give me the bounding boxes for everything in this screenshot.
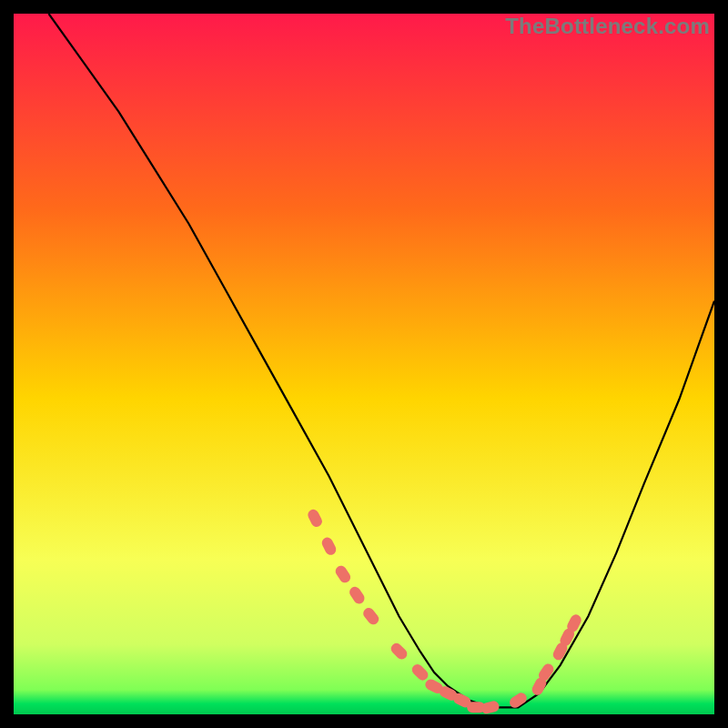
bottleneck-chart [14, 14, 714, 714]
gradient-background [14, 14, 714, 714]
watermark-text: TheBottleneck.com [505, 14, 710, 39]
chart-frame: TheBottleneck.com [14, 14, 714, 714]
